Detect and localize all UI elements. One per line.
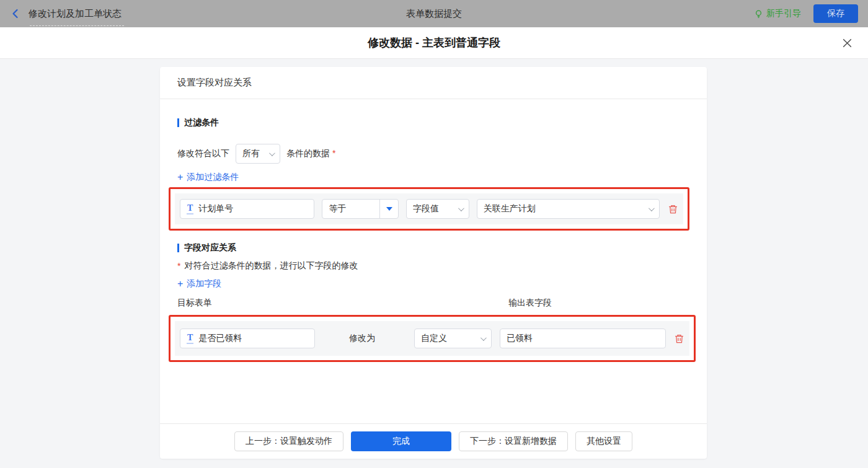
add-field-link[interactable]: + 添加字段	[177, 278, 221, 290]
mapping-description: * 对符合过滤条件的数据，进行以下字段的修改	[177, 260, 689, 272]
required-mark: *	[177, 261, 180, 271]
close-icon	[842, 38, 852, 48]
add-filter-condition-link[interactable]: + 添加过滤条件	[177, 171, 239, 183]
field-mapping-row: T 是否已领料 修改为 自定义	[175, 321, 689, 356]
match-prefix: 修改符合以下	[177, 148, 229, 159]
condition-value-select[interactable]: 关联生产计划	[477, 199, 660, 219]
close-button[interactable]	[839, 35, 854, 50]
mapping-section-title: 字段对应关系	[177, 242, 689, 254]
match-condition-row: 修改符合以下 所有 条件的数据 *	[177, 144, 689, 164]
section-accent-bar	[177, 244, 179, 252]
highlight-box-mapping: T 是否已领料 修改为 自定义	[169, 315, 696, 362]
dialog-title: 修改数据 - 主表到普通字段	[368, 35, 500, 50]
workflow-name[interactable]: 修改计划及加工单状态	[29, 7, 122, 20]
value-type-select[interactable]: 字段值	[406, 199, 469, 219]
trash-icon	[674, 333, 684, 344]
other-settings-button[interactable]: 其他设置	[575, 431, 632, 451]
back-button[interactable]: 修改计划及加工单状态	[10, 7, 122, 20]
trash-icon	[668, 204, 678, 214]
required-mark: *	[332, 148, 335, 158]
condition-field-select[interactable]: T 计划单号	[180, 199, 314, 219]
text-field-icon: T	[187, 204, 193, 214]
plus-icon: +	[177, 172, 183, 182]
dialog-header: 修改数据 - 主表到普通字段	[0, 27, 868, 59]
filter-section-title: 过滤条件	[177, 117, 689, 129]
filter-condition-row: T 计划单号 等于 字段值 关联生产计划	[175, 193, 683, 224]
target-field-select[interactable]: T 是否已领料	[180, 329, 315, 348]
next-step-button[interactable]: 下一步：设置新增数据	[459, 431, 568, 451]
card-footer: 上一步：设置触发动作 完成 下一步：设置新增数据 其他设置	[160, 423, 707, 459]
topbar: 修改计划及加工单状态 表单数据提交 新手引导 保存	[0, 0, 868, 27]
chevron-down-icon	[458, 205, 464, 211]
output-field-column-header: 输出表字段	[508, 298, 552, 309]
lightbulb-icon	[754, 9, 763, 19]
caret-down-icon	[386, 207, 392, 211]
beginner-guide-button[interactable]: 新手引导	[754, 8, 801, 19]
modify-to-label: 修改为	[349, 333, 375, 344]
chevron-down-icon	[269, 150, 275, 156]
chevron-down-icon	[649, 205, 655, 211]
operator-dropdown-button[interactable]	[379, 200, 398, 218]
mapping-column-headers: 目标表单 输出表字段	[177, 298, 689, 309]
match-suffix: 条件的数据 *	[286, 148, 335, 159]
value-mode-select[interactable]: 自定义	[414, 329, 492, 348]
section-accent-bar	[177, 118, 179, 127]
text-field-icon: T	[187, 333, 193, 344]
done-button[interactable]: 完成	[351, 431, 451, 451]
operator-select[interactable]: 等于	[322, 199, 399, 219]
highlight-box-filter: T 计划单号 等于 字段值 关联生产计划	[169, 187, 689, 231]
custom-value-input[interactable]	[500, 329, 666, 348]
save-button[interactable]: 保存	[813, 4, 858, 23]
card-title: 设置字段对应关系	[160, 67, 707, 99]
delete-condition-button[interactable]	[667, 203, 678, 214]
chevron-down-icon	[480, 335, 487, 341]
settings-card: 设置字段对应关系 过滤条件 修改符合以下 所有 条件的数据 * +	[160, 67, 707, 459]
back-chevron-icon	[10, 8, 21, 19]
topbar-title: 表单数据提交	[0, 8, 868, 20]
prev-step-button[interactable]: 上一步：设置触发动作	[234, 431, 343, 451]
dialog-body: 设置字段对应关系 过滤条件 修改符合以下 所有 条件的数据 * +	[0, 59, 868, 467]
target-form-column-header: 目标表单	[177, 298, 215, 309]
delete-field-button[interactable]	[673, 333, 684, 344]
match-mode-select[interactable]: 所有	[236, 144, 280, 164]
guide-label: 新手引导	[766, 8, 801, 19]
plus-icon: +	[177, 279, 183, 289]
